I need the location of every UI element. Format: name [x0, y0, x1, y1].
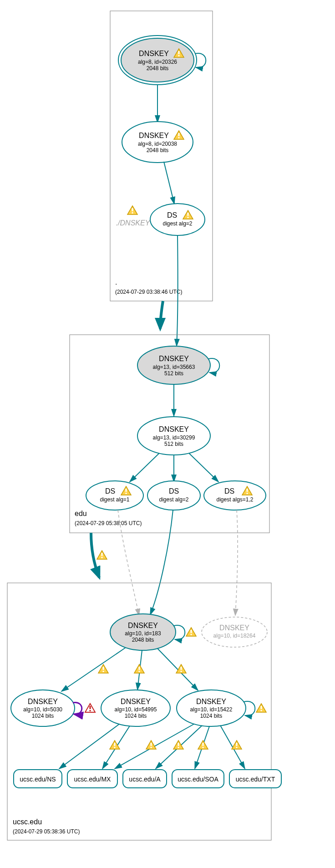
node-rr-ns[interactable]: ucsc.edu/NS — [14, 770, 62, 788]
node-edu-dnskey-30299[interactable]: DNSKEY alg=13, id=30299 512 bits — [137, 417, 210, 455]
edge-root-key2-ds — [164, 162, 174, 204]
edge-edu-ds2-ucsc-main — [150, 510, 173, 615]
svg-text:2048 bits: 2048 bits — [132, 637, 154, 643]
svg-text:1024 bits: 1024 bits — [32, 713, 54, 719]
svg-text:DNSKEY: DNSKEY — [159, 355, 189, 363]
warning-icon — [97, 551, 107, 559]
zone-ucsc-date: (2024-07-29 05:38:36 UTC) — [13, 828, 80, 835]
svg-text:alg=10, id=5030: alg=10, id=5030 — [23, 706, 62, 713]
edge-edu-key2-ds3 — [189, 453, 218, 482]
svg-text:DS: DS — [169, 487, 179, 495]
node-ucsc-dnskey-5030[interactable]: DNSKEY alg=10, id=5030 1024 bits — [11, 690, 75, 726]
svg-text:512 bits: 512 bits — [164, 441, 183, 447]
svg-text:alg=10, id=18264: alg=10, id=18264 — [213, 633, 256, 639]
node-rr-soa[interactable]: ucsc.edu/SOA — [172, 770, 224, 788]
edge-zone-root-edu — [160, 301, 163, 329]
node-root-dnskey-20038[interactable]: DNSKEY alg=8, id=20038 2048 bits — [122, 122, 193, 163]
zone-root-date: (2024-07-29 03:38:46 UTC) — [115, 289, 182, 295]
svg-text:ucsc.edu/NS: ucsc.edu/NS — [20, 776, 56, 783]
warning-icon — [98, 664, 108, 673]
svg-text:alg=13, id=30299: alg=13, id=30299 — [153, 434, 195, 441]
edge-ucsc-main-15422 — [157, 648, 198, 690]
svg-text:alg=13, id=35663: alg=13, id=35663 — [153, 364, 195, 370]
svg-text:DNSKEY: DNSKEY — [28, 698, 58, 705]
edge-edu-ds3-ucsc-dashed — [235, 510, 238, 615]
node-rr-txt[interactable]: ucsc.edu/TXT — [229, 770, 281, 788]
svg-text:DNSKEY: DNSKEY — [196, 698, 226, 705]
svg-text:digest algs=1,2: digest algs=1,2 — [216, 496, 253, 503]
edge-54995-ns — [59, 724, 119, 769]
node-edu-ds-alg1[interactable]: DS digest alg=1 — [86, 481, 143, 510]
svg-text:DS: DS — [224, 487, 234, 495]
warning-icon — [232, 740, 242, 749]
svg-text:2048 bits: 2048 bits — [147, 65, 169, 71]
svg-text:alg=8, id=20038: alg=8, id=20038 — [138, 141, 177, 147]
node-edu-dnskey-35663[interactable]: DNSKEY alg=13, id=35663 512 bits — [137, 346, 210, 384]
node-ucsc-dnskey-54995[interactable]: DNSKEY alg=10, id=54995 1024 bits — [101, 690, 170, 726]
node-edu-ds-algs12[interactable]: DS digest algs=1,2 — [204, 481, 266, 510]
svg-text:digest alg=2: digest alg=2 — [159, 496, 188, 503]
svg-text:ucsc.edu/A: ucsc.edu/A — [129, 776, 161, 783]
svg-point-16 — [150, 204, 205, 235]
svg-text:ucsc.edu/TXT: ucsc.edu/TXT — [236, 776, 275, 783]
edge-edu-key2-ds1 — [130, 453, 159, 482]
zone-ucsc: ucsc.edu (2024-07-29 05:38:36 UTC) DNSKE… — [7, 583, 281, 840]
svg-text:1024 bits: 1024 bits — [125, 713, 147, 719]
node-rr-mx[interactable]: ucsc.edu/MX — [67, 770, 117, 788]
svg-text:ucsc.edu/SOA: ucsc.edu/SOA — [178, 776, 218, 783]
warning-icon — [198, 740, 208, 749]
error-icon — [85, 704, 95, 712]
warning-icon — [146, 740, 156, 749]
svg-text:DNSKEY: DNSKEY — [139, 132, 169, 139]
svg-text:alg=10, id=15422: alg=10, id=15422 — [190, 706, 233, 713]
zone-root-label: . — [115, 278, 117, 286]
svg-text:512 bits: 512 bits — [164, 370, 183, 377]
node-edu-ds-alg2[interactable]: DS digest alg=2 — [147, 481, 200, 510]
svg-text:alg=8, id=20326: alg=8, id=20326 — [138, 59, 177, 65]
warning-icon — [186, 628, 196, 636]
zone-edu-label: edu — [75, 510, 87, 517]
svg-text:alg=10, id=54995: alg=10, id=54995 — [115, 706, 157, 713]
zone-edu: edu (2024-07-29 05:38:05 UTC) DNSKEY alg… — [70, 335, 269, 533]
svg-point-43 — [202, 617, 267, 647]
svg-text:alg=10, id=183: alg=10, id=183 — [125, 630, 161, 637]
svg-point-29 — [86, 481, 143, 510]
node-root-dnskey-italic: ./DNSKEY — [116, 206, 151, 227]
warning-icon — [256, 704, 266, 712]
svg-text:DNSKEY: DNSKEY — [139, 50, 169, 57]
svg-text:DS: DS — [105, 487, 115, 495]
svg-text:digest alg=2: digest alg=2 — [162, 220, 192, 227]
node-root-ds[interactable]: DS digest alg=2 — [150, 204, 205, 235]
svg-text:DS: DS — [167, 211, 177, 219]
warning-icon — [127, 206, 137, 214]
edge-zone-edu-ucsc — [91, 533, 99, 577]
svg-text:DNSKEY: DNSKEY — [159, 425, 189, 433]
edge-ucsc-main-5030 — [61, 648, 126, 691]
zone-root: . (2024-07-29 03:38:46 UTC) DNSKEY alg=8… — [110, 11, 213, 301]
node-ucsc-dnskey-15422[interactable]: DNSKEY alg=10, id=15422 1024 bits — [177, 690, 246, 726]
svg-text:DNSKEY: DNSKEY — [128, 622, 158, 629]
node-root-dnskey-20326[interactable]: DNSKEY alg=8, id=20326 2048 bits — [118, 36, 197, 85]
node-ucsc-dnskey-18264[interactable]: DNSKEY alg=10, id=18264 — [202, 617, 267, 647]
svg-text:1024 bits: 1024 bits — [200, 713, 223, 719]
svg-point-35 — [204, 481, 266, 510]
svg-text:ucsc.edu/MX: ucsc.edu/MX — [74, 776, 112, 783]
zone-edu-date: (2024-07-29 05:38:05 UTC) — [75, 520, 142, 526]
svg-text:digest alg=1: digest alg=1 — [100, 496, 129, 503]
node-rr-a[interactable]: ucsc.edu/A — [123, 770, 167, 788]
warning-icon — [134, 664, 144, 673]
warning-icon — [110, 740, 120, 749]
node-ucsc-dnskey-183[interactable]: DNSKEY alg=10, id=183 2048 bits — [110, 614, 176, 650]
svg-text:2048 bits: 2048 bits — [147, 147, 169, 153]
svg-text:./DNSKEY: ./DNSKEY — [116, 219, 151, 227]
zone-ucsc-label: ucsc.edu — [13, 818, 42, 826]
svg-text:DNSKEY: DNSKEY — [219, 624, 249, 632]
svg-point-32 — [147, 481, 200, 510]
svg-text:DNSKEY: DNSKEY — [121, 698, 151, 705]
